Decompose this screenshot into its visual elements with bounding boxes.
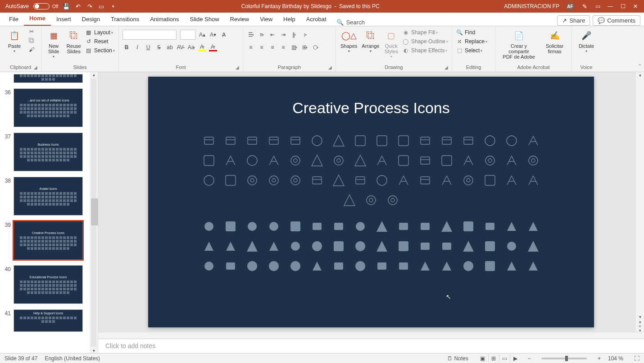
creative-icon[interactable]: [363, 193, 379, 208]
slideshow-view-icon[interactable]: ▶: [510, 354, 521, 363]
creative-icon[interactable]: [482, 133, 498, 148]
tab-slideshow[interactable]: Slide Show: [184, 13, 224, 26]
creative-icon[interactable]: [396, 239, 411, 254]
bold-icon[interactable]: B: [122, 43, 131, 51]
creative-icon[interactable]: [504, 258, 519, 274]
font-size-combo[interactable]: [180, 30, 195, 40]
align-text-icon[interactable]: ⊞▾: [301, 43, 309, 51]
creative-icon[interactable]: [331, 173, 346, 188]
tab-design[interactable]: Design: [77, 13, 105, 26]
reading-view-icon[interactable]: ▭: [499, 354, 510, 363]
scroll-down-icon[interactable]: ▾: [636, 314, 644, 319]
tab-insert[interactable]: Insert: [51, 13, 77, 26]
share-button[interactable]: ↗ Share: [557, 15, 590, 26]
zoom-in-icon[interactable]: +: [598, 355, 601, 362]
creative-icon[interactable]: [374, 153, 390, 168]
tab-review[interactable]: Review: [225, 13, 255, 26]
collapse-ribbon-icon[interactable]: ˄: [639, 64, 641, 70]
format-painter-icon[interactable]: 🖌: [28, 46, 35, 53]
align-center-icon[interactable]: ≡: [258, 43, 266, 51]
reuse-slides-button[interactable]: ⿻ Reuse Slides: [65, 28, 82, 56]
tab-acrobat[interactable]: Acrobat: [301, 13, 332, 26]
creative-icon[interactable]: [288, 219, 303, 234]
creative-icon[interactable]: [201, 219, 217, 234]
thumbnail-slide[interactable]: Avatar Icons: [14, 177, 83, 216]
creative-icon[interactable]: [461, 219, 476, 234]
creative-icon[interactable]: [245, 133, 260, 148]
thumbnail-row[interactable]: 38Avatar Icons: [2, 177, 90, 216]
tab-file[interactable]: File: [4, 13, 24, 26]
change-case-icon[interactable]: Aa▾: [187, 43, 195, 51]
creative-icon[interactable]: [266, 258, 281, 274]
icon-grid-solid[interactable]: [191, 219, 551, 274]
slide-content[interactable]: Creative Process Icons: [148, 77, 594, 327]
numbering-icon[interactable]: ≡▾: [258, 31, 266, 39]
justify-icon[interactable]: ≡: [279, 43, 287, 51]
icon-grid-outline[interactable]: [191, 133, 551, 208]
thumbnail-row[interactable]: 39Creative Process Icons: [2, 221, 90, 260]
creative-icon[interactable]: [331, 258, 346, 274]
creative-icon[interactable]: [331, 219, 346, 234]
select-button[interactable]: ⬚Select▾: [456, 47, 487, 54]
font-color-icon[interactable]: A▾: [209, 43, 217, 51]
thumbnail-row[interactable]: [2, 74, 90, 83]
creative-icon[interactable]: [266, 219, 281, 234]
dialog-launcher-icon[interactable]: ◢: [328, 65, 332, 70]
creative-icon[interactable]: [288, 133, 303, 148]
creative-icon[interactable]: [331, 133, 346, 148]
arrange-button[interactable]: ⿻Arrange▾: [361, 28, 380, 55]
creative-icon[interactable]: [504, 239, 519, 254]
thumbnail-slide[interactable]: Business Icons: [14, 133, 83, 171]
shadow-icon[interactable]: ab: [166, 43, 174, 51]
creative-icon[interactable]: [223, 239, 238, 254]
decrease-font-icon[interactable]: A▾: [209, 31, 217, 39]
user-avatar[interactable]: AF: [566, 2, 575, 11]
creative-icon[interactable]: [396, 133, 411, 148]
creative-icon[interactable]: [504, 133, 519, 148]
redo-icon[interactable]: ↷: [86, 3, 93, 10]
creative-icon[interactable]: [201, 239, 217, 254]
shape-outline-button[interactable]: ◯Shape Outline▾: [402, 38, 448, 45]
creative-icon[interactable]: [374, 239, 390, 254]
tab-animations[interactable]: Animations: [145, 13, 184, 26]
undo-icon[interactable]: ↶: [74, 3, 82, 10]
creative-icon[interactable]: [461, 173, 476, 188]
creative-icon[interactable]: [201, 153, 217, 168]
ribbon-display-icon[interactable]: ▭: [594, 3, 601, 9]
maximize-icon[interactable]: ☐: [620, 3, 626, 9]
close-icon[interactable]: ✕: [632, 3, 639, 9]
align-left-icon[interactable]: ≡: [247, 43, 255, 51]
creative-icon[interactable]: [482, 219, 498, 234]
creative-icon[interactable]: [417, 219, 433, 234]
increase-indent-icon[interactable]: ⇥: [279, 31, 287, 39]
creative-icon[interactable]: [245, 258, 260, 274]
thumbnail-slide[interactable]: [14, 74, 83, 83]
scroll-down-icon[interactable]: ▾: [90, 348, 98, 353]
creative-icon[interactable]: [374, 173, 390, 188]
creative-icon[interactable]: [526, 258, 541, 274]
columns-icon[interactable]: ▥▾: [290, 43, 298, 51]
zoom-out-icon[interactable]: −: [528, 355, 531, 362]
creative-icon[interactable]: [353, 219, 368, 234]
creative-icon[interactable]: [417, 173, 433, 188]
slide-title[interactable]: Creative Process Icons: [292, 99, 450, 117]
dialog-launcher-icon[interactable]: ◢: [34, 65, 37, 70]
decrease-indent-icon[interactable]: ⇤: [268, 31, 277, 39]
find-button[interactable]: 🔍Find: [456, 29, 487, 36]
thumbnail-scrollbar[interactable]: ▴ ▾: [90, 72, 98, 353]
create-pdf-button[interactable]: 📄Crear y compartir PDF de Adobe: [499, 28, 539, 61]
sorter-view-icon[interactable]: ⊞: [488, 354, 499, 363]
creative-icon[interactable]: [245, 219, 260, 234]
creative-icon[interactable]: [396, 153, 411, 168]
creative-icon[interactable]: [417, 258, 433, 274]
thumbnail-row[interactable]: 41Help & Support Icons: [2, 309, 90, 332]
creative-icon[interactable]: [417, 133, 433, 148]
next-slide-icon[interactable]: ▾: [639, 328, 641, 333]
creative-icon[interactable]: [526, 239, 541, 254]
creative-icon[interactable]: [201, 258, 217, 274]
request-signatures-button[interactable]: ✍Solicitar firmas: [541, 28, 568, 56]
creative-icon[interactable]: [353, 153, 368, 168]
thumbnail-row[interactable]: 36...and our set of editable icons: [2, 88, 90, 127]
creative-icon[interactable]: [374, 219, 390, 234]
creative-icon[interactable]: [331, 153, 346, 168]
